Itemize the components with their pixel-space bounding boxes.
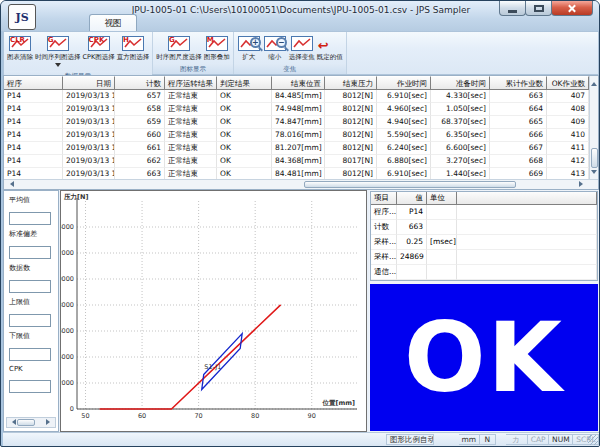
scroll-left-icon[interactable] (9, 419, 16, 425)
stat-field-input[interactable] (9, 246, 51, 259)
item-cell: 计数 (371, 220, 397, 235)
table-row[interactable]: P142019/03/13 15:...660正常结束OK78.016[mm]8… (4, 129, 598, 142)
item-row-filler (457, 265, 597, 280)
ribbon-button-直方图选择[interactable]: H直方图选择 (116, 34, 151, 63)
stat-field-input[interactable] (9, 380, 51, 393)
svg-text:60: 60 (138, 412, 146, 420)
item-column-header[interactable]: 值 (397, 192, 427, 205)
table-cell: 2019/03/13 15:... (63, 90, 115, 103)
stat-field-input[interactable] (9, 212, 51, 225)
item-row[interactable]: 通信... (371, 265, 597, 280)
maximize-button[interactable] (525, 1, 552, 16)
column-header-4[interactable]: 判定结果 (217, 76, 272, 90)
stat-field-label: 上限值 (9, 297, 53, 307)
ribbon-button-图形叠加[interactable]: M图形叠加 (203, 34, 231, 63)
ribbon-button-扩大[interactable]: +扩大 (236, 34, 262, 63)
sidebar-scrollbar[interactable] (6, 417, 56, 428)
table-cell: 8012[N] (325, 129, 377, 142)
vscroll-thumb[interactable] (591, 148, 598, 168)
ribbon-button-时序图尺度选择[interactable]: G时序图尺度选择 (155, 34, 203, 63)
status-pane-0: mm (459, 434, 480, 445)
stat-field-input[interactable] (9, 280, 51, 293)
table-cell: 662 (115, 155, 165, 168)
column-header-9[interactable]: 累计作业数 (490, 76, 547, 90)
column-header-5[interactable]: 结束位置 (272, 76, 325, 90)
chart-tool-icon: − (263, 35, 287, 52)
ribbon-button-时间序列图选择[interactable]: G时间序列图选择 (34, 34, 82, 71)
item-column-header[interactable]: 项目 (371, 192, 397, 205)
table-cell: 8012[N] (325, 90, 377, 103)
close-button[interactable] (551, 1, 593, 16)
column-header-3[interactable]: 程序运转结果 (165, 76, 217, 90)
ribbon-button-label: 图形叠加 (204, 53, 230, 62)
table-cell: 84.368[mm] (272, 155, 325, 168)
table-cell: 659 (115, 116, 165, 129)
item-row[interactable]: 计数663 (371, 220, 597, 235)
ribbon-button-图表清除[interactable]: CLR图表清除 (6, 34, 34, 63)
table-cell: 84.485[mm] (272, 90, 325, 103)
hscroll-thumb[interactable] (304, 181, 516, 188)
icon-glyph: H (123, 37, 129, 44)
ribbon-button-label: CPK图选择 (83, 53, 115, 62)
ribbon-group-2: +扩大−缩小选择变焦↩既定的值变焦 (234, 32, 347, 74)
column-header-8[interactable]: 准备时间 (431, 76, 490, 90)
ribbon-button-缩小[interactable]: −缩小 (262, 34, 288, 63)
table-row[interactable]: P142019/03/13 15:...659正常结束OK74.847[mm]8… (4, 116, 598, 129)
item-cell: 24869 (397, 250, 427, 265)
ribbon-group-title: 变焦 (234, 64, 346, 74)
table-row[interactable]: P142019/03/13 15:...658正常结束OK74.948[mm]8… (4, 103, 598, 116)
item-row[interactable]: 程序...P14 (371, 205, 597, 220)
pressure-position-chart[interactable]: 0200040006000800010000120001400050607080… (60, 190, 367, 432)
table-header-row: 程序日期计数程序运转结果判定结果结束位置结束压力作业时间准备时间累计作业数OK作… (4, 76, 598, 90)
column-header-2[interactable]: 计数 (115, 76, 165, 90)
ribbon-button-既定的值[interactable]: ↩既定的值 (316, 34, 344, 63)
svg-text:位置[mm]: 位置[mm] (322, 399, 356, 407)
item-cell: 采样... (371, 250, 397, 265)
stat-field-input[interactable] (9, 314, 51, 327)
statistics-sidebar: 平均值标准偏差数据数上限值下限值CPK (3, 190, 59, 432)
resize-grip[interactable] (588, 435, 598, 445)
table-cell: P14 (4, 103, 63, 116)
column-header-10[interactable]: OK作业数 (547, 76, 589, 90)
table-cell: 正常结束 (165, 103, 217, 116)
svg-text:80: 80 (251, 412, 259, 420)
scroll-up-icon[interactable] (591, 79, 597, 86)
stat-field-input[interactable] (9, 348, 51, 361)
sidebar-scroll-thumb[interactable] (17, 419, 35, 426)
table-row[interactable]: P142019/03/13 15:...661正常结束OK81.207[mm]8… (4, 142, 598, 155)
table-horizontal-scrollbar[interactable] (4, 179, 598, 189)
column-header-6[interactable]: 结束压力 (325, 76, 377, 90)
scroll-left-icon[interactable] (7, 181, 14, 187)
item-header-filler (457, 192, 597, 205)
column-header-7[interactable]: 作业时间 (377, 76, 431, 90)
item-row[interactable]: 采样...24869 (371, 250, 597, 265)
table-cell: 正常结束 (165, 155, 217, 168)
table-cell: 411 (547, 142, 589, 155)
tab-view[interactable]: 视图 (89, 14, 137, 31)
dropdown-caret-icon (55, 63, 61, 70)
chart-tool-icon: G (167, 35, 191, 52)
table-vertical-scrollbar[interactable] (589, 76, 598, 180)
svg-text:90: 90 (308, 412, 316, 420)
item-column-header[interactable]: 单位 (427, 192, 457, 205)
scroll-right-icon[interactable] (579, 181, 586, 187)
scroll-down-icon[interactable] (591, 170, 597, 177)
table-cell: 2019/03/13 15:... (63, 155, 115, 168)
table-row[interactable]: P142019/03/13 15:...657正常结束OK84.485[mm]8… (4, 90, 598, 103)
item-row[interactable]: 采样...0.25[msec] (371, 235, 597, 250)
item-cell: 通信... (371, 265, 397, 280)
ribbon-group-0: CLR图表清除G时间序列图选择CPKCPK图选择H直方图选择数据显示 (4, 32, 153, 74)
scroll-right-icon[interactable] (46, 419, 53, 425)
column-header-0[interactable]: 程序 (4, 76, 63, 90)
app-logo-icon[interactable]: JS (8, 4, 36, 30)
item-cell (427, 220, 457, 235)
judgement-result-panel: OK (370, 284, 598, 431)
stat-field-label: CPK (9, 365, 53, 373)
column-header-1[interactable]: 日期 (63, 76, 115, 90)
table-cell: 78.016[mm] (272, 129, 325, 142)
ribbon-button-CPK图选择[interactable]: CPKCPK图选择 (82, 34, 116, 63)
ribbon-button-选择变焦[interactable]: 选择变焦 (288, 34, 316, 63)
minimize-button[interactable] (499, 1, 526, 16)
table-row[interactable]: P142019/03/13 15:...662正常结束OK84.368[mm]8… (4, 155, 598, 168)
icon-glyph: CPK (89, 37, 105, 44)
